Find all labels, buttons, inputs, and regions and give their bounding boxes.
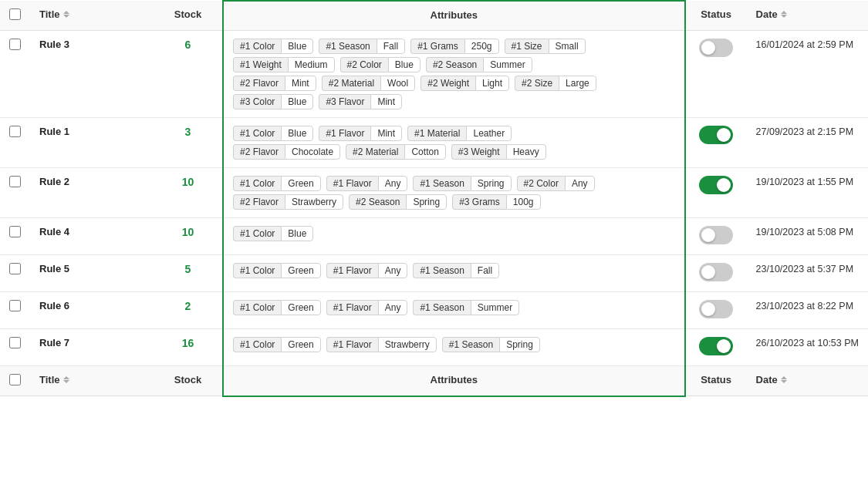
tag-val-rule3-1-0: Medium xyxy=(288,57,335,72)
footer-date-sort-icon[interactable] xyxy=(781,376,787,383)
tag-val-rule3-0-1: Fall xyxy=(377,39,405,54)
row-checkbox-rule5[interactable] xyxy=(9,263,21,274)
stock-value-rule4: 10 xyxy=(182,226,194,238)
tag-key-rule7-0-1: #1 Flavor xyxy=(326,337,378,352)
tag-key-rule1-0-1: #1 Flavor xyxy=(319,126,370,141)
tag-val-rule6-0-1: Any xyxy=(378,300,408,315)
row-attributes-rule3: #1 ColorBlue#1 SeasonFall#1 Grams250g#1 … xyxy=(223,31,685,118)
tag-key-rule1-1-0: #2 Flavor xyxy=(233,144,285,160)
row-date-rule6: 23/10/2023 at 8:22 PM xyxy=(747,292,868,329)
tag-val-rule7-0-2: Spring xyxy=(499,337,540,352)
footer-select-all-checkbox[interactable] xyxy=(9,374,21,385)
tag-group-rule2-1-2: #3 Grams100g xyxy=(452,194,540,210)
header-title[interactable]: Title xyxy=(30,1,154,31)
row-checkbox-rule4[interactable] xyxy=(9,226,21,237)
tag-val-rule1-0-0: Blue xyxy=(281,126,313,141)
row-title-rule7: Rule 7 xyxy=(30,329,154,366)
rule-title-text-rule1: Rule 1 xyxy=(39,126,69,137)
tag-group-rule3-3-0: #3 ColorBlue xyxy=(233,94,313,109)
tag-key-rule2-1-1: #2 Season xyxy=(349,194,406,210)
row-stock-rule2: 10 xyxy=(154,168,223,218)
row-checkbox-rule7[interactable] xyxy=(9,337,21,348)
tag-key-rule1-0-0: #1 Color xyxy=(233,126,281,141)
tag-val-rule3-2-3: Large xyxy=(559,76,596,91)
tag-val-rule3-0-3: Small xyxy=(549,39,586,54)
stock-value-rule2: 10 xyxy=(182,176,194,188)
tag-group-rule3-2-1: #2 MaterialWool xyxy=(322,76,416,91)
toggle-knob-rule5 xyxy=(701,265,715,279)
row-checkbox-rule3[interactable] xyxy=(9,39,21,50)
tag-val-rule3-3-0: Blue xyxy=(281,94,313,109)
status-toggle-rule3[interactable] xyxy=(699,39,733,57)
tag-key-rule5-0-2: #1 Season xyxy=(413,263,470,278)
row-status-rule3 xyxy=(685,31,747,118)
row-status-rule6 xyxy=(685,292,747,329)
header-attributes: Attributes xyxy=(223,1,685,31)
row-stock-rule3: 6 xyxy=(154,31,223,118)
footer-attributes-col-label: Attributes xyxy=(431,374,478,385)
tag-key-rule3-0-0: #1 Color xyxy=(233,39,281,54)
toggle-knob-rule2 xyxy=(717,178,731,192)
status-toggle-rule7[interactable] xyxy=(699,337,733,355)
tag-key-rule3-2-3: #2 Size xyxy=(515,76,559,91)
row-attributes-rule5: #1 ColorGreen#1 FlavorAny#1 SeasonFall xyxy=(223,255,685,292)
tag-line-rule3-0: #1 ColorBlue#1 SeasonFall#1 Grams250g#1 … xyxy=(233,39,675,54)
status-toggle-rule1[interactable] xyxy=(699,126,733,144)
row-status-rule7 xyxy=(685,329,747,366)
stock-value-rule7: 16 xyxy=(182,337,194,349)
date-text-rule3: 16/01/2024 at 2:59 PM xyxy=(756,39,853,50)
tag-val-rule5-0-1: Any xyxy=(378,263,408,278)
status-toggle-rule4[interactable] xyxy=(699,226,733,244)
tag-group-rule2-0-2: #1 SeasonSpring xyxy=(413,176,511,191)
table-row: Rule 55#1 ColorGreen#1 FlavorAny#1 Seaso… xyxy=(0,255,868,292)
tag-group-rule5-0-2: #1 SeasonFall xyxy=(413,263,499,278)
status-toggle-rule2[interactable] xyxy=(699,176,733,194)
row-checkbox-cell-rule5 xyxy=(0,255,30,292)
footer-title-sort-icon[interactable] xyxy=(63,376,69,383)
row-checkbox-cell-rule3 xyxy=(0,31,30,118)
tag-val-rule3-0-0: Blue xyxy=(281,39,313,54)
table-row: Rule 716#1 ColorGreen#1 FlavorStrawberry… xyxy=(0,329,868,366)
tag-val-rule2-1-2: 100g xyxy=(506,194,541,210)
date-text-rule6: 23/10/2023 at 8:22 PM xyxy=(756,301,853,311)
row-title-rule6: Rule 6 xyxy=(30,292,154,329)
row-stock-rule1: 3 xyxy=(154,118,223,168)
tag-val-rule5-0-2: Fall xyxy=(471,263,499,278)
tag-group-rule1-1-2: #3 WeightHeavy xyxy=(451,144,546,160)
rule-title-text-rule4: Rule 4 xyxy=(39,226,69,237)
title-sort-icon[interactable] xyxy=(63,11,69,18)
tag-group-rule2-0-0: #1 ColorGreen xyxy=(233,176,321,191)
table-row: Rule 62#1 ColorGreen#1 FlavorAny#1 Seaso… xyxy=(0,292,868,329)
rule-title-text-rule2: Rule 2 xyxy=(39,176,69,187)
status-toggle-rule6[interactable] xyxy=(699,300,733,318)
row-attributes-rule1: #1 ColorBlue#1 FlavorMint#1 MaterialLeat… xyxy=(223,118,685,168)
tag-line-rule3-2: #2 FlavorMint#2 MaterialWool#2 WeightLig… xyxy=(233,76,675,91)
row-stock-rule6: 2 xyxy=(154,292,223,329)
tag-group-rule7-0-1: #1 FlavorStrawberry xyxy=(326,337,437,352)
date-sort-icon[interactable] xyxy=(781,11,787,18)
footer-status-col-label: Status xyxy=(701,374,731,385)
row-title-rule3: Rule 3 xyxy=(30,31,154,118)
row-checkbox-rule6[interactable] xyxy=(9,300,21,311)
tag-group-rule5-0-0: #1 ColorGreen xyxy=(233,263,321,278)
select-all-checkbox[interactable] xyxy=(9,8,21,20)
tag-val-rule1-1-2: Heavy xyxy=(506,144,546,160)
date-text-rule5: 23/10/2023 at 5:37 PM xyxy=(756,264,853,274)
row-title-rule5: Rule 5 xyxy=(30,255,154,292)
tag-val-rule2-1-1: Spring xyxy=(406,194,447,210)
tag-key-rule1-0-2: #1 Material xyxy=(407,126,466,141)
header-date[interactable]: Date xyxy=(747,1,868,31)
row-checkbox-rule1[interactable] xyxy=(9,126,21,137)
tag-group-rule3-0-2: #1 Grams250g xyxy=(410,39,498,54)
tag-val-rule2-0-0: Green xyxy=(281,176,320,191)
footer-title[interactable]: Title xyxy=(30,366,154,396)
tag-key-rule3-2-0: #2 Flavor xyxy=(233,76,285,91)
rule-title-text-rule6: Rule 6 xyxy=(39,300,69,311)
table-row: Rule 410#1 ColorBlue19/10/2023 at 5:08 P… xyxy=(0,218,868,255)
row-date-rule4: 19/10/2023 at 5:08 PM xyxy=(747,218,868,255)
toggle-knob-rule7 xyxy=(717,339,731,353)
status-toggle-rule5[interactable] xyxy=(699,263,733,281)
footer-date[interactable]: Date xyxy=(747,366,868,396)
tag-group-rule1-0-0: #1 ColorBlue xyxy=(233,126,313,141)
row-checkbox-rule2[interactable] xyxy=(9,176,21,187)
